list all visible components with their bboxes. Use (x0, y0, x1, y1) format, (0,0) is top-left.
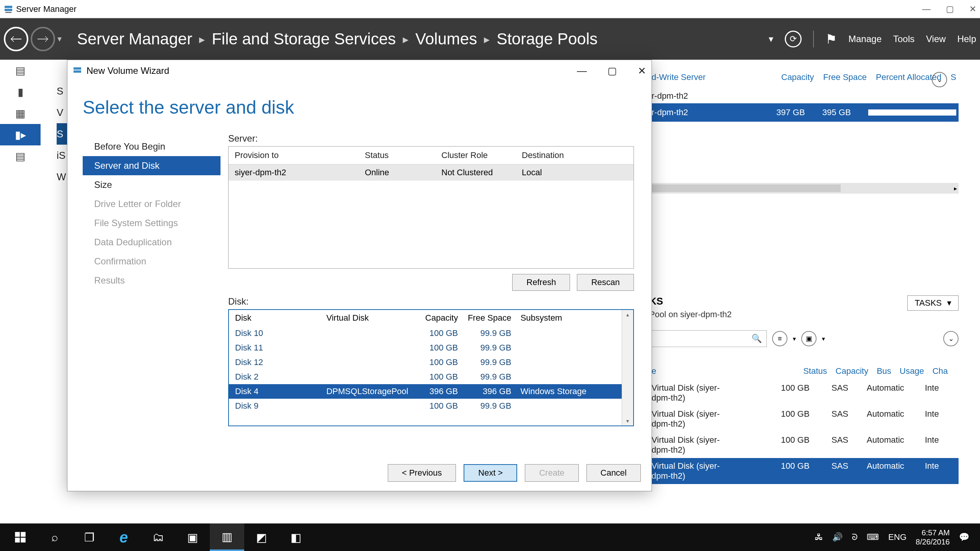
col-free-space[interactable]: Free Space (467, 313, 520, 323)
wizard-step[interactable]: Confirmation (83, 252, 220, 271)
wizard-close-button[interactable]: ✕ (638, 65, 646, 77)
pool-row-selected[interactable]: r-dpm-th2 397 GB 395 GB (649, 103, 959, 122)
wizard-step[interactable]: Drive Letter or Folder (83, 194, 220, 214)
save-query-icon[interactable]: ▣ (801, 331, 817, 346)
svg-rect-6 (21, 532, 26, 537)
rescan-button[interactable]: Rescan (577, 274, 634, 291)
disk-row[interactable]: Disk 12100 GB99.9 GB (229, 355, 622, 370)
menu-tools[interactable]: Tools (893, 34, 915, 44)
explorer-icon[interactable]: 🗂 (141, 523, 175, 551)
previous-button[interactable]: < Previous (388, 464, 456, 482)
col-status[interactable]: Status (803, 366, 827, 376)
col-ch[interactable]: Cha (933, 366, 948, 376)
tray-language[interactable]: ENG (888, 532, 906, 542)
wizard-step[interactable]: Data Deduplication (83, 233, 220, 252)
wizard-step[interactable]: Results (83, 271, 220, 290)
window-close-button[interactable]: ✕ (969, 4, 976, 14)
menu-manage[interactable]: Manage (848, 34, 882, 44)
create-button[interactable]: Create (525, 464, 578, 482)
wizard-maximize-button[interactable]: ▢ (608, 65, 617, 77)
start-button[interactable] (3, 523, 38, 551)
col-subsystem[interactable]: Subsystem (521, 313, 616, 323)
flag-icon[interactable]: ⚑ (825, 31, 837, 47)
col-e[interactable]: e (652, 366, 795, 376)
wizard-minimize-button[interactable]: — (577, 65, 587, 77)
disk-row[interactable]: Disk 4DPMSQLStoragePool396 GB396 GBWindo… (229, 384, 622, 399)
task-view-icon[interactable]: ❐ (72, 523, 106, 551)
tray-clock[interactable]: 6:57 AM 8/26/2016 (916, 528, 950, 546)
server-row[interactable]: siyer-dpm-th2 Online Not Clustered Local (229, 165, 634, 181)
filter-icon[interactable]: ≡ (772, 331, 787, 346)
panel-expand-icon[interactable]: ⌄ (932, 72, 947, 87)
menu-view[interactable]: View (926, 34, 946, 44)
breadcrumb-dropdown[interactable]: ▾ (769, 34, 773, 44)
cmd-icon[interactable]: ▣ (175, 523, 210, 551)
vd-search-input[interactable]: 🔍 (649, 330, 767, 347)
col-bus[interactable]: Bus (877, 366, 891, 376)
horizontal-scrollbar[interactable]: ▸ (649, 183, 959, 194)
tray-volume-icon[interactable]: 🔊 (832, 532, 843, 542)
col-cluster-role[interactable]: Cluster Role (441, 150, 522, 160)
pool-free: 395 GB (822, 108, 868, 117)
app-icon-2[interactable]: ◧ (279, 523, 313, 551)
wizard-step[interactable]: Before You Begin (83, 137, 220, 156)
rail-dashboard-icon[interactable]: ▤ (0, 60, 41, 81)
rail-other-icon[interactable]: ▤ (0, 145, 41, 167)
col-capacity[interactable]: Capacity (425, 313, 467, 323)
disk-row[interactable]: Disk 2100 GB99.9 GB (229, 370, 622, 384)
refresh-button[interactable]: Refresh (512, 274, 570, 291)
virtual-disk-row[interactable]: Virtual Disk (siyer-dpm-th2)100 GBSASAut… (649, 458, 959, 484)
app-icon-1[interactable]: ◩ (244, 523, 279, 551)
server-dest: Local (522, 168, 542, 178)
disk-scrollbar[interactable]: ▴▾ (622, 310, 633, 425)
disk-row[interactable]: Disk 9100 GB99.9 GB (229, 399, 622, 413)
disk-row[interactable]: Disk 10100 GB99.9 GB (229, 326, 622, 341)
window-minimize-button[interactable]: — (922, 4, 931, 14)
col-free-space[interactable]: Free Space (823, 72, 867, 82)
disk-row[interactable]: Disk 11100 GB99.9 GB (229, 341, 622, 355)
col-capacity[interactable]: Capacity (836, 366, 869, 376)
tray-notifications-icon[interactable]: 💬 (959, 532, 969, 542)
nav-forward-button[interactable]: 🡒 (31, 27, 55, 51)
search-icon[interactable]: ⌕ (38, 523, 72, 551)
pool-progress-bar (868, 109, 956, 116)
col-disk[interactable]: Disk (235, 313, 326, 323)
nav-back-button[interactable]: 🡐 (4, 27, 28, 51)
virtual-disk-row[interactable]: Virtual Disk (siyer-dpm-th2)100 GBSASAut… (649, 406, 959, 432)
ie-icon[interactable]: e (106, 523, 141, 551)
server-manager-taskbar-icon[interactable]: ▥ (210, 523, 244, 551)
col-destination[interactable]: Destination (522, 150, 564, 160)
col-capacity[interactable]: Capacity (781, 72, 814, 82)
tray-date: 8/26/2016 (916, 537, 950, 546)
wizard-step[interactable]: Server and Disk (83, 156, 220, 175)
tray-network-icon[interactable]: 🖧 (815, 532, 823, 542)
crumb-server-manager[interactable]: Server Manager (77, 30, 192, 48)
rail-file-storage-icon[interactable]: ▮▸ (0, 124, 41, 145)
expand-icon[interactable]: ⌄ (943, 331, 959, 346)
tray-access-icon[interactable]: ᘐ (852, 532, 858, 542)
crumb-volumes[interactable]: Volumes (415, 30, 477, 48)
wizard-step[interactable]: Size (83, 175, 220, 194)
col-status[interactable]: Status (365, 150, 441, 160)
crumb-file-storage[interactable]: File and Storage Services (212, 30, 396, 48)
next-button[interactable]: Next > (464, 464, 517, 482)
refresh-icon[interactable]: ⟳ (785, 31, 802, 47)
col-virtual-disk[interactable]: Virtual Disk (326, 313, 425, 323)
pool-row[interactable]: r-dpm-th2 (649, 89, 959, 103)
wizard-step[interactable]: File System Settings (83, 214, 220, 233)
rail-local-server-icon[interactable]: ▮ (0, 81, 41, 103)
rail-all-servers-icon[interactable]: ▦ (0, 103, 41, 124)
window-maximize-button[interactable]: ▢ (946, 4, 954, 14)
virtual-disk-row[interactable]: Virtual Disk (siyer-dpm-th2)100 GBSASAut… (649, 432, 959, 458)
tasks-dropdown[interactable]: TASKS▾ (907, 295, 959, 311)
nav-history-dropdown[interactable]: ▾ (57, 34, 62, 44)
col-usage[interactable]: Usage (900, 366, 924, 376)
menu-help[interactable]: Help (957, 34, 976, 44)
tray-keyboard-icon[interactable]: ⌨ (867, 532, 879, 542)
col-rw-server[interactable]: d-Write Server (652, 72, 772, 82)
col-s[interactable]: S (951, 72, 956, 82)
cancel-button[interactable]: Cancel (586, 464, 641, 482)
col-provision-to[interactable]: Provision to (235, 150, 365, 160)
crumb-storage-pools[interactable]: Storage Pools (497, 30, 598, 48)
virtual-disk-row[interactable]: Virtual Disk (siyer-dpm-th2)100 GBSASAut… (649, 380, 959, 406)
